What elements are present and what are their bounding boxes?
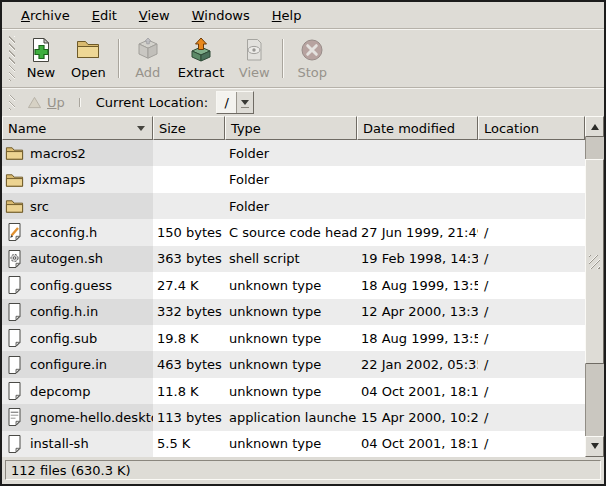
cell-date-modified: 22 Jan 2002, 05:35 bbox=[357, 351, 478, 377]
combo-dropdown-icon[interactable] bbox=[237, 92, 253, 113]
file-name: install-sh bbox=[30, 436, 89, 451]
scrollbar-up-button[interactable] bbox=[585, 116, 604, 137]
scrollbar-thumb[interactable] bbox=[585, 159, 604, 364]
cell-location bbox=[478, 140, 585, 166]
cell-type: unknown type bbox=[225, 325, 357, 351]
up-button[interactable]: Up bbox=[18, 93, 74, 112]
cell-type: Folder bbox=[225, 166, 357, 192]
cell-location: / bbox=[478, 219, 585, 245]
menu-windows[interactable]: Windows bbox=[181, 5, 261, 26]
cell-type: application launcher bbox=[225, 404, 357, 430]
cell-size: 150 bytes bbox=[153, 219, 225, 245]
column-header-size[interactable]: Size bbox=[153, 116, 225, 140]
toolbar-group-separator bbox=[118, 39, 120, 78]
toolbar-button-label: Stop bbox=[298, 65, 328, 80]
cell-date-modified: 15 Apr 2000, 10:21 bbox=[357, 404, 478, 430]
open-archive-icon bbox=[75, 37, 101, 63]
view-button[interactable]: View bbox=[231, 35, 277, 82]
scroll-up-icon bbox=[591, 120, 599, 130]
toolbar-button-label: Extract bbox=[178, 65, 225, 80]
menu-edit[interactable]: Edit bbox=[81, 5, 128, 26]
table-row[interactable]: autogen.sh363 bytesshell script19 Feb 19… bbox=[2, 246, 585, 272]
table-row[interactable]: gnome-hello.desktop113 bytesapplication … bbox=[2, 404, 585, 430]
table-row[interactable]: macros2Folder bbox=[2, 140, 585, 166]
cell-location: / bbox=[478, 325, 585, 351]
cell-size: 19.8 K bbox=[153, 325, 225, 351]
table-row[interactable]: config.guess27.4 Kunknown type18 Aug 199… bbox=[2, 272, 585, 298]
cell-date-modified bbox=[357, 193, 478, 219]
file-name: gnome-hello.desktop bbox=[30, 410, 153, 425]
cell-date-modified: 04 Oct 2001, 18:12 bbox=[357, 378, 478, 404]
file-list: NameSizeTypeDate modifiedLocation macros… bbox=[2, 116, 604, 457]
c-source-icon bbox=[5, 222, 24, 242]
folder-icon bbox=[5, 196, 24, 216]
cell-type: unknown type bbox=[225, 272, 357, 298]
extract-button[interactable]: Extract bbox=[171, 35, 232, 82]
archive-manager-window: ArchiveEditViewWindowsHelp NewOpenAddExt… bbox=[0, 0, 606, 486]
new-button[interactable]: New bbox=[18, 35, 64, 82]
column-header-label: Size bbox=[159, 121, 186, 136]
cell-location: / bbox=[478, 431, 585, 457]
cell-size: 363 bytes bbox=[153, 246, 225, 272]
table-row[interactable]: config.h.in332 bytesunknown type12 Apr 2… bbox=[2, 299, 585, 325]
cell-name: autogen.sh bbox=[2, 246, 153, 272]
file-name: pixmaps bbox=[30, 172, 85, 187]
menu-help[interactable]: Help bbox=[261, 5, 313, 26]
table-row[interactable]: config.sub19.8 Kunknown type18 Aug 1999,… bbox=[2, 325, 585, 351]
status-bar: 112 files (630.3 K) bbox=[2, 457, 604, 484]
add-button[interactable]: Add bbox=[125, 35, 171, 82]
column-header-label: Type bbox=[231, 121, 261, 136]
column-header-date-modified[interactable]: Date modified bbox=[357, 116, 478, 140]
menu-archive[interactable]: Archive bbox=[10, 5, 81, 26]
stop-button[interactable]: Stop bbox=[289, 35, 335, 82]
text-file-icon bbox=[5, 381, 24, 401]
cell-location: / bbox=[478, 404, 585, 430]
file-name: macros2 bbox=[30, 146, 86, 161]
open-button[interactable]: Open bbox=[64, 35, 113, 82]
cell-location: / bbox=[478, 246, 585, 272]
toolbar: NewOpenAddExtractViewStop bbox=[2, 30, 604, 87]
up-arrow-icon bbox=[27, 96, 42, 109]
cell-name: depcomp bbox=[2, 378, 153, 404]
cell-location bbox=[478, 166, 585, 192]
status-frame: 112 files (630.3 K) bbox=[5, 460, 601, 480]
scrollbar-track[interactable] bbox=[585, 137, 604, 436]
cell-name: acconfig.h bbox=[2, 219, 153, 245]
column-header-type[interactable]: Type bbox=[225, 116, 357, 140]
locationbar-grip-handle[interactable] bbox=[9, 95, 15, 110]
cell-size: 463 bytes bbox=[153, 351, 225, 377]
column-header-label: Date modified bbox=[363, 121, 455, 136]
view-file-icon bbox=[241, 37, 267, 63]
table-row[interactable]: srcFolder bbox=[2, 193, 585, 219]
text-file-icon bbox=[5, 355, 24, 375]
column-header-location[interactable]: Location bbox=[478, 116, 585, 140]
cell-date-modified: 04 Oct 2001, 18:12 bbox=[357, 431, 478, 457]
cell-date-modified: 12 Apr 2000, 13:36 bbox=[357, 299, 478, 325]
column-header-name[interactable]: Name bbox=[2, 116, 153, 140]
location-combo-value: / bbox=[217, 92, 237, 113]
table-row[interactable]: install-sh5.5 Kunknown type04 Oct 2001, … bbox=[2, 431, 585, 457]
table-row[interactable]: pixmapsFolder bbox=[2, 166, 585, 192]
cell-name: pixmaps bbox=[2, 166, 153, 192]
table-header-row: NameSizeTypeDate modifiedLocation bbox=[2, 116, 585, 140]
cell-location: / bbox=[478, 378, 585, 404]
menu-view[interactable]: View bbox=[128, 5, 181, 26]
cell-name: config.h.in bbox=[2, 299, 153, 325]
toolbar-grip-handle[interactable] bbox=[9, 36, 15, 81]
table-row[interactable]: depcomp11.8 Kunknown type04 Oct 2001, 18… bbox=[2, 378, 585, 404]
cell-size: 27.4 K bbox=[153, 272, 225, 298]
table-row[interactable]: acconfig.h150 bytesC source code header2… bbox=[2, 219, 585, 245]
table-row[interactable]: configure.in463 bytesunknown type22 Jan … bbox=[2, 351, 585, 377]
text-file-icon bbox=[5, 328, 24, 348]
vertical-scrollbar[interactable] bbox=[585, 116, 604, 457]
file-name: config.h.in bbox=[30, 304, 98, 319]
stop-icon bbox=[299, 37, 325, 63]
column-header-label: Name bbox=[8, 121, 46, 136]
cell-type: Folder bbox=[225, 140, 357, 166]
file-name: depcomp bbox=[30, 384, 91, 399]
current-location-label: Current Location: bbox=[96, 95, 208, 110]
scrollbar-down-button[interactable] bbox=[585, 436, 604, 457]
file-name: acconfig.h bbox=[30, 225, 97, 240]
location-combo[interactable]: / bbox=[216, 91, 254, 114]
up-button-label: Up bbox=[47, 95, 65, 110]
